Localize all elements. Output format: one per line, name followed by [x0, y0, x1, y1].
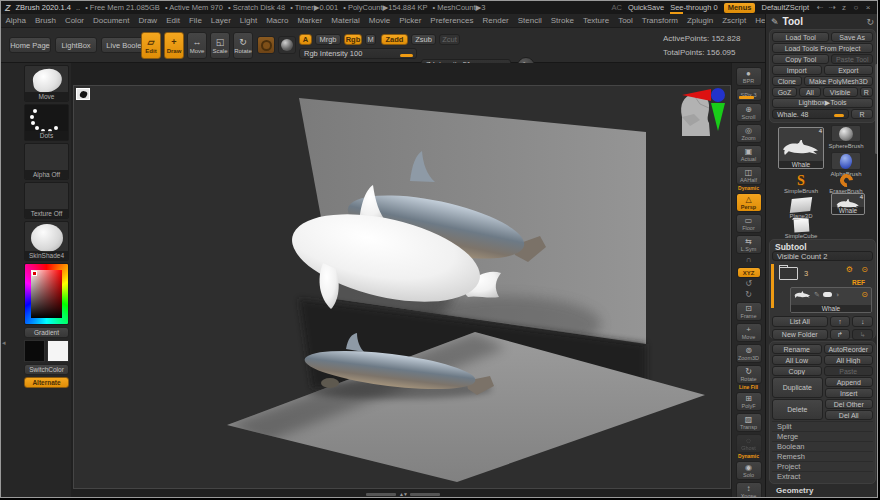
copy-button[interactable]: Copy [772, 366, 822, 376]
alternate-button[interactable]: Alternate [24, 377, 69, 388]
section-row[interactable]: Extract [772, 471, 873, 481]
bpr-render-button[interactable]: ● BPR [736, 67, 762, 86]
saturation-square[interactable] [31, 270, 62, 318]
edit-button[interactable]: ▱ Edit [141, 32, 161, 59]
subtool-up-button[interactable]: ↑ [830, 316, 851, 327]
menu-item[interactable]: Material [327, 16, 364, 25]
menu-item[interactable]: Zplugin [682, 16, 717, 25]
menu-item[interactable]: Transform [637, 16, 682, 25]
visibility-pill-icon[interactable] [823, 292, 832, 297]
current-brush-thumbnail[interactable]: Move [24, 65, 69, 102]
slider-notch[interactable] [834, 114, 844, 117]
slider-notch[interactable] [400, 54, 413, 57]
actual-size-button[interactable]: ▣ Actual [736, 145, 762, 164]
zadd-button[interactable]: Zadd [381, 34, 408, 45]
all-high-button[interactable]: All High [824, 355, 874, 365]
menu-item[interactable]: Movie [364, 16, 394, 25]
move-camera-button[interactable]: + Move [736, 323, 762, 342]
rotation-lock-icon[interactable]: ∩ [736, 255, 762, 265]
menu-item[interactable]: Preferences [426, 16, 478, 25]
tool-quick-pick-slider[interactable]: Whale. 48 [772, 109, 849, 119]
menu-item[interactable]: Alpha [1, 16, 30, 25]
autoreorder-button[interactable]: AutoReorder [824, 344, 874, 354]
section-row[interactable]: Boolean [772, 441, 873, 451]
menu-item[interactable]: Tool [614, 16, 638, 25]
menu-item[interactable]: Edit [162, 16, 185, 25]
menu-item[interactable]: Help [751, 16, 765, 25]
bottom-tray-handle[interactable]: ▲▼ [366, 491, 440, 497]
sculptris-circle-button[interactable] [257, 36, 275, 54]
polyframe-button[interactable]: ⊞ PolyF [736, 392, 762, 411]
rgb-button[interactable]: Rgb [344, 34, 362, 45]
copy-tool-button[interactable]: Copy Tool [772, 54, 829, 64]
menu-item[interactable]: Brush [30, 16, 60, 25]
see-through-slider[interactable]: See-through 0 [670, 3, 718, 12]
frame-button[interactable]: ⊡ Frame [736, 302, 762, 321]
load-tool-button[interactable]: Load Tool [772, 32, 829, 42]
import-button[interactable]: Import [772, 65, 822, 75]
r-button-2[interactable]: R [851, 109, 873, 119]
left-tray-collapse-icon[interactable]: ◂ [2, 339, 6, 347]
xpose-button[interactable]: ↕ Xpose [736, 482, 762, 498]
close-icon[interactable]: × [863, 3, 873, 12]
zsub-button[interactable]: Zsub [411, 34, 436, 45]
y-rotation-button[interactable]: ↺ [736, 279, 762, 289]
z-rotation-button[interactable]: ↻ [736, 290, 762, 300]
lightbox-button[interactable]: LightBox [55, 37, 97, 53]
gradient-toggle[interactable]: Gradient [24, 327, 69, 338]
menu-item[interactable]: Stencil [513, 16, 546, 25]
menu-item[interactable]: Picker [395, 16, 426, 25]
camera-head-preview[interactable] [681, 94, 710, 136]
minimize-icon[interactable]: z [839, 3, 849, 12]
section-row[interactable]: Project [772, 461, 873, 471]
folder-eye-icon[interactable]: ⊙ [861, 265, 868, 274]
home-page-button[interactable]: Home Page [9, 37, 51, 53]
palette-section[interactable]: Geometry [766, 486, 878, 495]
floor-button[interactable]: ▭ Floor [736, 214, 762, 233]
current-texture-thumbnail[interactable]: Texture Off [24, 182, 69, 219]
rotate-camera-button[interactable]: ↻ Rotate [736, 365, 762, 384]
pen-icon[interactable]: ✎ [814, 291, 820, 299]
default-zscript-button[interactable]: DefaultZScript [761, 3, 809, 12]
section-row[interactable]: Remesh [772, 451, 873, 461]
draw-button[interactable]: + Draw [164, 32, 184, 59]
palette-section[interactable]: ArrayMesh [766, 495, 878, 498]
gradient-sphere-button[interactable] [278, 36, 296, 54]
list-all-button[interactable]: List All [772, 316, 828, 327]
menu-item[interactable]: Color [60, 16, 88, 25]
menu-item[interactable]: Layer [206, 16, 235, 25]
tray-shift-left-icon[interactable]: ⇠ [815, 3, 825, 12]
menu-item[interactable]: Macro [262, 16, 293, 25]
zoom3d-button[interactable]: ⊚ Zoom3D [736, 344, 762, 363]
del-other-button[interactable]: Del Other [825, 399, 874, 409]
append-button[interactable]: Append [825, 377, 874, 387]
eye-icon[interactable]: ⊙ [861, 290, 868, 299]
move-out-folder-button[interactable]: ↱ [830, 329, 851, 340]
solo-button[interactable]: ◉ Solo [736, 461, 762, 480]
menus-button[interactable]: Menus [724, 3, 756, 13]
ghost-button[interactable]: ◌ Ghost [736, 434, 762, 453]
all-button[interactable]: All [799, 87, 821, 97]
aahalf-button[interactable]: ◫ AAHalf [736, 166, 762, 185]
half-icon[interactable]: ◑ [835, 291, 839, 298]
subtool-down-button[interactable]: ↓ [852, 316, 873, 327]
all-low-button[interactable]: All Low [772, 355, 822, 365]
menu-item[interactable]: Stroke [546, 16, 578, 25]
restore-icon[interactable]: ○ [851, 3, 861, 12]
del-all-button[interactable]: Del All [825, 410, 874, 420]
rename-button[interactable]: Rename [772, 344, 822, 354]
menu-item[interactable]: Draw [134, 16, 162, 25]
rgb-intensity-slider[interactable]: Rgb Intensity 100 [299, 48, 417, 59]
switch-color-button[interactable]: SwitchColor [24, 364, 69, 375]
export-button[interactable]: Export [824, 65, 874, 75]
simplebrush-thumbnail[interactable]: S [778, 173, 824, 188]
local-symmetry-button[interactable]: ⇆ L.Sym [736, 235, 762, 254]
move-into-folder-button[interactable]: ↳ [852, 329, 873, 340]
plane3d-thumbnail[interactable] [778, 196, 824, 213]
menu-item[interactable]: Texture [578, 16, 613, 25]
menu-item[interactable]: File [184, 16, 206, 25]
xyz-rotation-button[interactable]: XYZ [737, 267, 761, 278]
gear-icon[interactable]: ⚙ [846, 265, 853, 274]
quicksave-button[interactable]: QuickSave [628, 3, 664, 12]
section-row[interactable]: Merge [772, 431, 873, 441]
